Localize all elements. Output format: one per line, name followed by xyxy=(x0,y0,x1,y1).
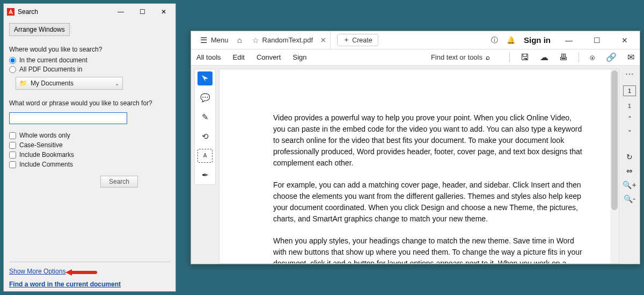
find-word-link[interactable]: Find a word in the current document xyxy=(9,280,121,288)
radio-all-pdf[interactable]: All PDF Documents in xyxy=(9,66,170,73)
scroll-thumb[interactable] xyxy=(611,70,618,210)
titlebar-right: ⓘ 🔔 Sign in — ☐ ✕ xyxy=(491,35,634,45)
folder-select[interactable]: 📁 My Documents ⌄ xyxy=(16,77,123,90)
checkbox-case-input[interactable] xyxy=(9,142,16,149)
search-titlebar: Search — ☐ ✕ xyxy=(4,4,175,20)
more-options-icon[interactable]: ⋯ xyxy=(625,69,634,79)
text-box-tool[interactable]: A xyxy=(197,149,213,163)
pdf-titlebar: ☰ Menu ⌂ ☆ RandomText.pdf × ＋ Create ⓘ 🔔… xyxy=(191,31,640,49)
share-icon[interactable]: ⍟ xyxy=(590,53,595,62)
paragraph-1: Video provides a powerful way to help yo… xyxy=(273,112,584,169)
tab-close-icon[interactable]: × xyxy=(320,35,326,46)
left-toolbar: 💬 ✎ ⟲ A ✒ xyxy=(194,69,216,185)
checkbox-comments-input[interactable] xyxy=(9,161,16,168)
cloud-upload-icon[interactable]: ☁ xyxy=(540,52,548,62)
signature-tool[interactable]: ✒ xyxy=(197,168,213,182)
mail-icon[interactable]: ✉ xyxy=(627,52,634,62)
checkbox-case-sensitive[interactable]: Case-Sensitive xyxy=(9,141,170,149)
checkbox-case-label: Case-Sensitive xyxy=(19,141,63,149)
home-button[interactable]: ⌂ xyxy=(235,35,245,45)
subbar-convert[interactable]: Convert xyxy=(257,53,281,61)
radio-current-input[interactable] xyxy=(9,57,16,64)
page-up-icon[interactable]: ˄ xyxy=(628,116,632,123)
search-window: Search — ☐ ✕ Arrange Windows Where would… xyxy=(3,3,176,292)
search-phrase-input[interactable] xyxy=(9,112,127,124)
checkbox-comments-label: Include Comments xyxy=(19,161,73,168)
folder-value: My Documents xyxy=(31,80,74,87)
subbar-all-tools[interactable]: All tools xyxy=(196,53,221,61)
paragraph-3: When you apply styles, your headings cha… xyxy=(273,235,584,264)
help-icon[interactable]: ⓘ xyxy=(491,35,498,45)
search-icon: ⌕ xyxy=(486,53,490,61)
checkbox-bookmarks-label: Include Bookmarks xyxy=(19,151,74,159)
fit-width-icon[interactable]: ⇔ xyxy=(626,167,633,175)
document-page[interactable]: Video provides a powerful way to help yo… xyxy=(219,69,619,264)
workspace: 💬 ✎ ⟲ A ✒ Video provides a powerful way … xyxy=(191,66,640,264)
document-tab[interactable]: ☆ RandomText.pdf × xyxy=(248,31,331,49)
checkbox-include-bookmarks[interactable]: Include Bookmarks xyxy=(9,151,170,159)
subbar-sign[interactable]: Sign xyxy=(292,53,306,61)
page-down-icon[interactable]: ˅ xyxy=(628,129,632,137)
menu-button[interactable]: ☰ Menu xyxy=(195,34,232,47)
checkbox-whole-words[interactable]: Whole words only xyxy=(9,132,170,139)
star-icon: ☆ xyxy=(252,36,259,45)
search-title: Search xyxy=(18,8,38,16)
show-more-options-link[interactable]: Show More Options xyxy=(9,268,65,275)
sign-in-button[interactable]: Sign in xyxy=(524,35,551,45)
highlight-tool[interactable]: ✎ xyxy=(197,110,213,124)
link-icon[interactable]: 🔗 xyxy=(606,52,617,62)
pdf-subbar: All tools Edit Convert Sign Find text or… xyxy=(191,49,640,66)
what-phrase-label: What word or phrase would you like to se… xyxy=(9,99,170,107)
tab-title: RandomText.pdf xyxy=(262,36,313,44)
subbar-edit[interactable]: Edit xyxy=(233,53,245,61)
pdf-minimize-button[interactable]: — xyxy=(559,36,579,45)
create-button[interactable]: ＋ Create xyxy=(337,34,378,46)
vertical-scrollbar[interactable] xyxy=(610,69,619,263)
arrange-windows-button[interactable]: Arrange Windows xyxy=(9,23,70,36)
plus-icon: ＋ xyxy=(343,35,350,45)
pdf-maximize-button[interactable]: ☐ xyxy=(587,36,606,45)
find-text-label: Find text or tools xyxy=(431,53,482,61)
pdf-viewer-window: ☰ Menu ⌂ ☆ RandomText.pdf × ＋ Create ⓘ 🔔… xyxy=(191,31,640,264)
folder-icon: 📁 xyxy=(19,80,27,87)
checkbox-bookmarks-input[interactable] xyxy=(9,152,16,159)
pdf-close-button[interactable]: ✕ xyxy=(615,36,634,45)
page-current-box[interactable]: 1 xyxy=(623,85,636,96)
save-icon[interactable]: 🖫 xyxy=(521,53,529,62)
menu-label: Menu xyxy=(211,36,229,44)
zoom-out-icon[interactable]: 🔍- xyxy=(624,195,635,203)
checkbox-whole-input[interactable] xyxy=(9,132,16,139)
divider xyxy=(509,53,510,62)
ttouch-select-tool[interactable] xyxy=(197,71,213,85)
radio-current-document[interactable]: In the current document xyxy=(9,56,170,64)
chevron-down-icon: ⌄ xyxy=(115,81,119,87)
rotate-icon[interactable]: ↻ xyxy=(626,153,633,161)
comment-tool[interactable]: 💬 xyxy=(197,91,213,105)
page-total: 1 xyxy=(628,103,631,109)
search-footer: Show More Options Find a word in the cur… xyxy=(9,262,170,288)
maximize-button[interactable]: ☐ xyxy=(131,4,153,20)
create-label: Create xyxy=(352,37,372,44)
find-text-button[interactable]: Find text or tools ⌕ xyxy=(431,53,490,61)
where-search-label: Where would you like to search? xyxy=(9,46,170,53)
checkbox-whole-label: Whole words only xyxy=(19,132,70,139)
subbar-icon-group: 🖫 ☁ 🖶 ⍟ 🔗 ✉ xyxy=(509,52,634,62)
search-body: Arrange Windows Where would you like to … xyxy=(4,20,175,291)
hamburger-icon: ☰ xyxy=(199,35,208,45)
radio-current-label: In the current document xyxy=(19,56,87,64)
page-current: 1 xyxy=(628,88,631,94)
radio-all-input[interactable] xyxy=(9,66,16,73)
draw-tool[interactable]: ⟲ xyxy=(197,129,213,143)
print-icon[interactable]: 🖶 xyxy=(559,53,568,62)
minimize-button[interactable]: — xyxy=(110,4,131,20)
checkbox-include-comments[interactable]: Include Comments xyxy=(9,161,170,168)
radio-all-label: All PDF Documents in xyxy=(19,66,82,73)
right-rail: ⋯ 1 1 ˄ ˅ ↻ ⇔ 🔍+ 🔍- xyxy=(619,66,640,264)
paragraph-2: For example, you can add a matching cove… xyxy=(273,179,584,225)
zoom-in-icon[interactable]: 🔍+ xyxy=(623,181,636,189)
adobe-icon xyxy=(7,8,14,16)
search-button[interactable]: Search xyxy=(100,176,138,188)
annotation-arrow xyxy=(69,268,98,275)
close-button[interactable]: ✕ xyxy=(153,4,174,20)
bell-icon[interactable]: 🔔 xyxy=(507,36,515,44)
